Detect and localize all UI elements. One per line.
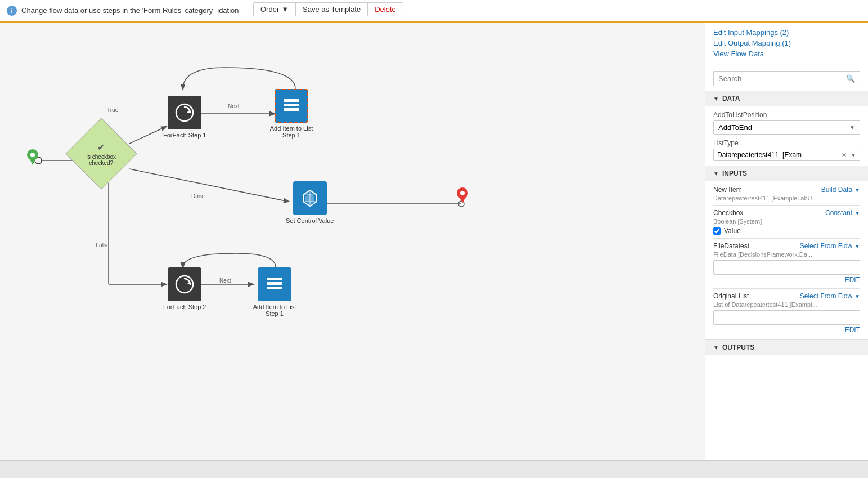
svg-rect-24 [267, 282, 282, 285]
inputs-section-label: INPUTS [722, 169, 747, 177]
checkbox-value-row: Value [713, 227, 860, 235]
foreach-step-2[interactable]: ForEach Step 2 [163, 267, 206, 310]
chevron-down-icon: ▼ [713, 96, 719, 102]
right-panel-header: Edit Input Mappings (2) Edit Output Mapp… [705, 23, 868, 66]
close-icon[interactable]: ✕ [842, 151, 847, 159]
chevron-down-icon: ▼ [851, 152, 856, 158]
outputs-section-header[interactable]: ▼ OUTPUTS [705, 339, 868, 355]
edit-input-mappings-link[interactable]: Edit Input Mappings (2) [713, 28, 860, 37]
info-bar: i Change flow data or use steps in the '… [7, 6, 861, 16]
file-datatest-edit-link[interactable]: EDIT [713, 275, 860, 285]
info-icon: i [7, 6, 17, 16]
file-datatest-sub: FileData [DecisionsFramework.Da... [713, 251, 860, 258]
svg-line-4 [129, 169, 289, 202]
original-list-select-from-flow[interactable]: Select From Flow ▼ [800, 292, 860, 300]
value-checkbox[interactable] [713, 227, 721, 235]
svg-rect-17 [284, 108, 299, 111]
flow-canvas[interactable]: ✔ Is checkboxchecked? ForEach Step 1 [0, 23, 705, 460]
top-bar: i Change flow data or use steps in the '… [0, 0, 868, 23]
original-list-row: Original List Select From Flow ▼ [713, 292, 860, 300]
chevron-down-icon: ▼ [854, 243, 860, 249]
label-done: Done [191, 193, 205, 199]
svg-point-12 [30, 153, 35, 157]
set-control-value[interactable]: Set Control Value [286, 181, 334, 224]
svg-line-2 [129, 127, 166, 144]
svg-point-28 [460, 191, 465, 195]
data-section-body: AddToListPosition AddToEnd ▼ ListType Da… [705, 106, 868, 166]
info-text: Change flow data or use steps in the 'Fo… [21, 6, 213, 15]
decision-diamond[interactable]: ✔ Is checkboxchecked? [76, 128, 127, 179]
svg-marker-27 [459, 196, 466, 203]
original-list-field[interactable]: NewList [713, 310, 860, 325]
svg-rect-23 [267, 278, 282, 280]
chevron-down-icon: ▼ [854, 210, 860, 216]
main-content: ✔ Is checkboxchecked? ForEach Step 1 [0, 23, 868, 460]
svg-rect-25 [267, 287, 282, 289]
inputs-section: ▼ INPUTS New Item Build Data ▼ Datarepea… [705, 166, 868, 339]
svg-rect-15 [284, 99, 299, 102]
svg-rect-16 [284, 104, 299, 106]
search-box: 🔍 [713, 71, 860, 86]
original-list-edit-link[interactable]: EDIT [713, 325, 860, 335]
file-datatest-select-from-flow[interactable]: Select From Flow ▼ [800, 242, 860, 250]
new-item-row: New Item Build Data ▼ [713, 186, 860, 194]
bottom-bar [0, 460, 868, 478]
checkbox-sub: Boolean [System] [713, 218, 860, 225]
flow-svg [0, 23, 705, 460]
chevron-down-icon: ▼ [281, 5, 289, 14]
edit-output-mapping-link[interactable]: Edit Output Mapping (1) [713, 39, 860, 47]
foreach-step-1[interactable]: ForEach Step 1 [163, 96, 206, 139]
outputs-section: ▼ OUTPUTS [705, 339, 868, 355]
list-type-select[interactable]: Datarepeatertest411 [Exam ✕ ▼ [713, 149, 860, 161]
save-template-button[interactable]: Save as Template [296, 3, 368, 16]
search-input[interactable] [714, 72, 842, 86]
data-section: ▼ DATA AddToListPosition AddToEnd ▼ List… [705, 91, 868, 166]
label-false: False [96, 242, 109, 248]
inputs-section-body: New Item Build Data ▼ Datarepeatertest41… [705, 181, 868, 339]
right-panel: Edit Input Mappings (2) Edit Output Mapp… [705, 23, 868, 460]
search-icon[interactable]: 🔍 [842, 72, 860, 86]
label-next-2: Next [219, 278, 231, 284]
file-datatest-row: FileDatatest Select From Flow ▼ [713, 242, 860, 250]
inputs-section-header[interactable]: ▼ INPUTS [705, 166, 868, 181]
chevron-down-icon: ▼ [713, 345, 719, 351]
checkbox-constant-selector[interactable]: Constant ▼ [825, 209, 860, 217]
label-next-1: Next [228, 103, 240, 109]
start-pin [27, 149, 38, 167]
view-flow-data-link[interactable]: View Flow Data [713, 50, 860, 58]
add-to-list-position-select[interactable]: AddToEnd ▼ [713, 120, 860, 135]
chevron-down-icon: ▼ [849, 124, 855, 131]
order-button[interactable]: Order ▼ [254, 3, 296, 16]
checkbox-row-header: Checkbox Constant ▼ [713, 209, 860, 217]
delete-button[interactable]: Delete [368, 3, 403, 16]
file-datatest-field[interactable]: Item.FileDatatest [713, 260, 860, 275]
data-section-header[interactable]: ▼ DATA [705, 91, 868, 106]
info-text-suffix: idation [217, 6, 239, 15]
original-list-sub: List of Datarepeatertest411 [Exampl... [713, 301, 860, 308]
data-section-label: DATA [722, 95, 740, 102]
add-item-list-step-1[interactable]: Add Item to List Step 1 [269, 89, 314, 139]
svg-marker-11 [29, 158, 36, 165]
add-to-list-position-label: AddToListPosition [713, 111, 860, 119]
new-item-sub: Datarepeatertest411 [ExampleLabU... [713, 195, 860, 202]
value-label: Value [724, 227, 741, 235]
action-menu: Order ▼ Save as Template Delete [253, 2, 403, 16]
new-item-build-data[interactable]: Build Data ▼ [821, 186, 860, 194]
end-pin [457, 187, 468, 205]
chevron-down-icon: ▼ [713, 171, 719, 177]
list-type-label: ListType [713, 139, 860, 147]
chevron-down-icon: ▼ [854, 187, 860, 193]
outputs-section-label: OUTPUTS [722, 343, 754, 351]
add-item-list-step-1-lower[interactable]: Add Item to List Step 1 [252, 267, 297, 317]
label-true: True [107, 107, 118, 113]
chevron-down-icon: ▼ [854, 293, 860, 300]
